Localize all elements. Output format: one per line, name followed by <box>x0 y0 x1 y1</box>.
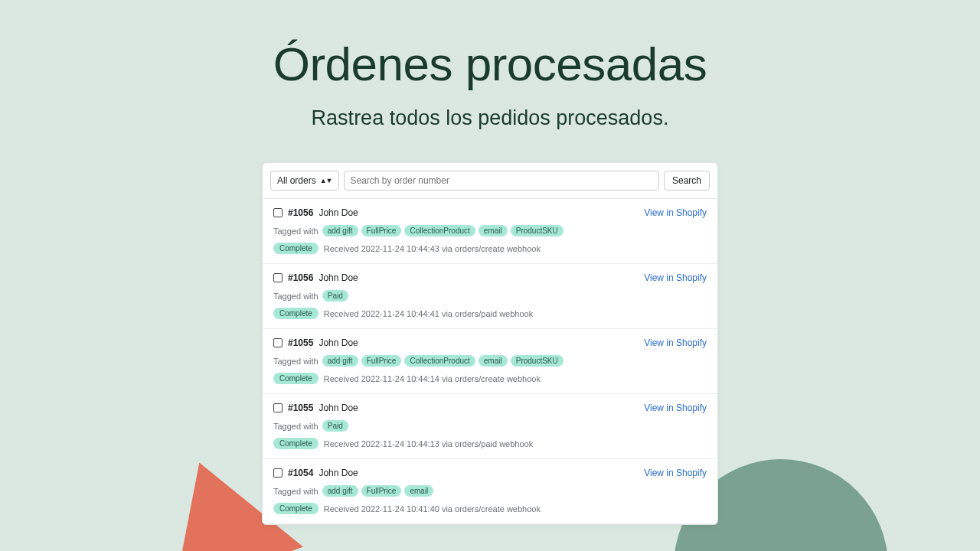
received-text: Received 2022-11-24 10:44:41 via orders/… <box>324 309 533 318</box>
order-customer-name: John Doe <box>318 403 358 413</box>
order-number: #1056 <box>288 272 313 283</box>
order-item: #1055John DoeView in ShopifyTagged withP… <box>263 394 717 459</box>
order-head: #1055John DoeView in Shopify <box>273 337 707 348</box>
status-row: CompleteReceived 2022-11-24 10:44:41 via… <box>273 308 707 319</box>
order-checkbox[interactable] <box>273 468 283 478</box>
view-in-shopify-link[interactable]: View in Shopify <box>644 403 707 413</box>
tag-pill: email <box>479 225 508 236</box>
tag-pill: CollectionProduct <box>404 225 475 236</box>
received-text: Received 2022-11-24 10:44:13 via orders/… <box>324 439 533 448</box>
tag-pill: Paid <box>322 290 348 302</box>
tag-pill: FullPrice <box>361 355 402 367</box>
tag-pill: ProductSKU <box>511 225 564 236</box>
order-customer-name: John Doe <box>318 272 358 283</box>
tags-row: Tagged withadd giftFullPriceemail <box>273 485 707 497</box>
tag-pill: FullPrice <box>361 485 402 497</box>
tag-pill: add gift <box>322 485 358 497</box>
tag-pill: Paid <box>322 420 348 432</box>
toolbar: All orders ▲▼ Search <box>263 163 717 199</box>
tag-pill: ProductSKU <box>511 355 564 367</box>
sort-icon: ▲▼ <box>320 178 332 184</box>
tags-row: Tagged withadd giftFullPriceCollectionPr… <box>273 355 707 367</box>
tagged-with-label: Tagged with <box>273 357 318 366</box>
tag-pill: add gift <box>322 355 358 367</box>
received-text: Received 2022-11-24 10:44:43 via orders/… <box>324 244 541 253</box>
status-badge: Complete <box>273 308 318 319</box>
order-checkbox[interactable] <box>273 338 283 347</box>
tags-row: Tagged withPaid <box>273 290 707 302</box>
order-customer-name: John Doe <box>318 207 358 218</box>
search-button[interactable]: Search <box>664 171 710 191</box>
view-in-shopify-link[interactable]: View in Shopify <box>644 207 707 218</box>
filter-label: All orders <box>277 175 316 186</box>
order-item: #1054John DoeView in ShopifyTagged witha… <box>263 459 717 524</box>
tags-row: Tagged withadd giftFullPriceCollectionPr… <box>273 225 707 236</box>
tag-pill: CollectionProduct <box>404 355 475 367</box>
order-head: #1054John DoeView in Shopify <box>273 468 707 478</box>
tagged-with-label: Tagged with <box>273 487 318 496</box>
order-head: #1055John DoeView in Shopify <box>273 403 707 413</box>
received-text: Received 2022-11-24 10:41:40 via orders/… <box>324 504 541 514</box>
tag-pill: FullPrice <box>361 225 402 236</box>
order-number: #1054 <box>288 468 313 478</box>
tag-pill: add gift <box>322 225 358 236</box>
order-checkbox[interactable] <box>273 273 283 282</box>
status-badge: Complete <box>273 503 318 514</box>
received-text: Received 2022-11-24 10:44:14 via orders/… <box>324 374 541 383</box>
order-head: #1056John DoeView in Shopify <box>273 272 707 283</box>
tagged-with-label: Tagged with <box>273 227 318 236</box>
page-subtitle: Rastrea todos los pedidos procesados. <box>0 106 980 130</box>
order-number: #1055 <box>288 337 313 348</box>
order-item: #1056John DoeView in ShopifyTagged witha… <box>263 199 717 264</box>
order-item: #1055John DoeView in ShopifyTagged witha… <box>263 329 717 394</box>
view-in-shopify-link[interactable]: View in Shopify <box>644 468 707 478</box>
tag-pill: email <box>479 355 508 367</box>
status-row: CompleteReceived 2022-11-24 10:44:43 via… <box>273 243 707 254</box>
filter-select[interactable]: All orders ▲▼ <box>270 171 339 191</box>
tagged-with-label: Tagged with <box>273 292 318 301</box>
order-head: #1056John DoeView in Shopify <box>273 207 707 218</box>
page-title: Órdenes procesadas <box>0 37 980 91</box>
status-badge: Complete <box>273 373 318 384</box>
order-item: #1056John DoeView in ShopifyTagged withP… <box>263 264 717 329</box>
status-row: CompleteReceived 2022-11-24 10:44:13 via… <box>273 438 707 449</box>
order-list: #1056John DoeView in ShopifyTagged witha… <box>263 199 717 524</box>
order-checkbox[interactable] <box>273 403 283 412</box>
status-row: CompleteReceived 2022-11-24 10:41:40 via… <box>273 503 707 514</box>
status-badge: Complete <box>273 243 318 254</box>
order-checkbox[interactable] <box>273 208 283 217</box>
order-customer-name: John Doe <box>318 468 358 478</box>
order-number: #1055 <box>288 403 313 413</box>
order-customer-name: John Doe <box>318 337 358 348</box>
tags-row: Tagged withPaid <box>273 420 707 432</box>
tagged-with-label: Tagged with <box>273 422 318 431</box>
status-badge: Complete <box>273 438 318 449</box>
view-in-shopify-link[interactable]: View in Shopify <box>644 272 707 283</box>
view-in-shopify-link[interactable]: View in Shopify <box>644 337 707 348</box>
search-input[interactable] <box>344 171 659 191</box>
tag-pill: email <box>404 485 433 497</box>
order-number: #1056 <box>288 207 313 218</box>
orders-panel: All orders ▲▼ Search #1056John DoeView i… <box>262 162 718 525</box>
status-row: CompleteReceived 2022-11-24 10:44:14 via… <box>273 373 707 384</box>
